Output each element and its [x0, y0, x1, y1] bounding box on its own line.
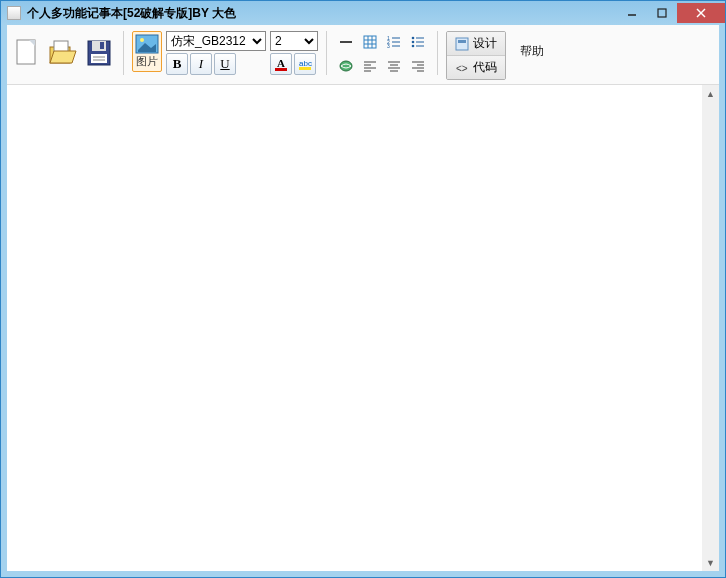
app-window: 个人多功能记事本[52破解专版]BY 大色: [0, 0, 726, 578]
table-icon: [362, 34, 378, 50]
font-size-select[interactable]: 2: [270, 31, 318, 51]
editor-container: ▲ ▼: [7, 85, 719, 571]
minimize-icon: [627, 8, 637, 18]
toolbar: 图片 仿宋_GB2312 B I U 2: [7, 25, 719, 85]
svg-point-16: [140, 38, 144, 42]
editor-area[interactable]: [7, 85, 702, 571]
code-icon: <>: [455, 61, 469, 75]
client-area: 图片 仿宋_GB2312 B I U 2: [1, 25, 725, 577]
maximize-icon: [657, 8, 667, 18]
view-mode-group: 设计 <> 代码: [446, 31, 506, 80]
svg-point-38: [412, 45, 415, 48]
new-file-button[interactable]: [11, 31, 43, 75]
design-label: 设计: [473, 35, 497, 52]
font-color-icon: A: [273, 56, 289, 72]
ordered-list-button[interactable]: 1 2 3: [383, 31, 405, 53]
save-icon: [85, 38, 113, 68]
italic-button[interactable]: I: [190, 53, 212, 75]
format-group: 1 2 3: [335, 31, 429, 77]
svg-rect-19: [275, 68, 287, 71]
code-label: 代码: [473, 59, 497, 76]
title-bar[interactable]: 个人多功能记事本[52破解专版]BY 大色: [1, 1, 725, 25]
font-color-button[interactable]: A: [270, 53, 292, 75]
close-icon: [695, 7, 707, 19]
svg-text:<>: <>: [456, 63, 468, 74]
link-button[interactable]: [335, 55, 357, 77]
help-label: 帮助: [520, 44, 544, 58]
open-file-button[interactable]: [47, 31, 79, 75]
unordered-list-button[interactable]: [407, 31, 429, 53]
table-button[interactable]: [359, 31, 381, 53]
app-icon: [7, 6, 21, 20]
svg-text:abc: abc: [299, 59, 312, 68]
bold-button[interactable]: B: [166, 53, 188, 75]
design-mode-button[interactable]: 设计: [447, 32, 505, 56]
svg-rect-54: [458, 40, 466, 43]
hr-icon: [338, 34, 354, 50]
align-right-button[interactable]: [407, 55, 429, 77]
open-file-icon: [48, 37, 78, 69]
scroll-down-button[interactable]: ▼: [702, 554, 719, 571]
svg-marker-8: [50, 51, 76, 63]
highlight-color-button[interactable]: abc: [294, 53, 316, 75]
svg-rect-1: [658, 9, 666, 17]
svg-point-36: [412, 41, 415, 44]
align-center-icon: [386, 58, 402, 74]
scroll-track[interactable]: [702, 102, 719, 554]
svg-point-34: [412, 37, 415, 40]
svg-text:A: A: [277, 57, 285, 69]
svg-rect-4: [17, 40, 35, 64]
separator: [326, 31, 327, 75]
image-label: 图片: [136, 54, 158, 69]
align-left-icon: [362, 58, 378, 74]
window-title: 个人多功能记事本[52破解专版]BY 大色: [27, 5, 617, 22]
new-file-icon: [14, 37, 40, 69]
separator: [123, 31, 124, 75]
help-button[interactable]: 帮助: [510, 31, 554, 72]
svg-rect-53: [456, 38, 468, 50]
ordered-list-icon: 1 2 3: [386, 34, 402, 50]
size-color-group: 2 A abc: [270, 31, 318, 75]
maximize-button[interactable]: [647, 3, 677, 23]
svg-rect-12: [91, 54, 107, 63]
underline-button[interactable]: U: [214, 53, 236, 75]
scroll-up-button[interactable]: ▲: [702, 85, 719, 102]
insert-image-button[interactable]: 图片: [132, 31, 162, 72]
align-left-button[interactable]: [359, 55, 381, 77]
align-center-button[interactable]: [383, 55, 405, 77]
hr-button[interactable]: [335, 31, 357, 53]
align-right-icon: [410, 58, 426, 74]
svg-rect-21: [299, 67, 311, 70]
close-button[interactable]: [677, 3, 725, 23]
image-icon: [135, 34, 159, 54]
svg-text:3: 3: [387, 43, 390, 49]
window-controls: [617, 3, 725, 23]
svg-rect-23: [364, 36, 376, 48]
highlight-icon: abc: [297, 56, 313, 72]
code-mode-button[interactable]: <> 代码: [447, 56, 505, 79]
font-family-select[interactable]: 仿宋_GB2312: [166, 31, 266, 51]
minimize-button[interactable]: [617, 3, 647, 23]
svg-rect-11: [100, 42, 104, 49]
design-icon: [455, 37, 469, 51]
save-button[interactable]: [83, 31, 115, 75]
separator: [437, 31, 438, 75]
link-icon: [338, 58, 354, 74]
font-group: 仿宋_GB2312 B I U: [166, 31, 266, 75]
vertical-scrollbar[interactable]: ▲ ▼: [702, 85, 719, 571]
unordered-list-icon: [410, 34, 426, 50]
